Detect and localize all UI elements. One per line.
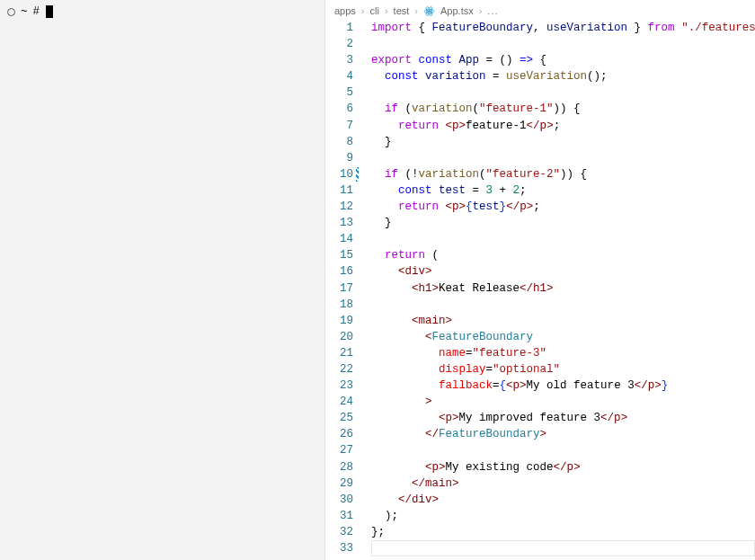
code-line[interactable]: }; — [371, 524, 755, 540]
code-line[interactable]: if (variation("feature-1")) { — [371, 101, 755, 117]
code-line[interactable] — [371, 231, 755, 247]
code-line[interactable]: </main> — [371, 476, 755, 492]
line-number: 33 — [325, 540, 353, 556]
line-number: 27 — [325, 442, 353, 458]
code-line[interactable]: if (!variation("feature-2")) { — [371, 166, 755, 182]
line-number-gutter: 1234567891011121314151617181920212223242… — [325, 20, 366, 560]
line-number: 23 — [325, 378, 353, 394]
line-number: 8 — [325, 134, 353, 150]
line-number: 32 — [325, 524, 353, 540]
line-number: 21 — [325, 345, 353, 361]
line-number: 4 — [325, 68, 353, 84]
code-line[interactable]: <h1>Keat Release</h1> — [371, 280, 755, 297]
terminal-prompt-hash: # — [33, 5, 40, 18]
line-number: 29 — [325, 476, 353, 492]
line-number: 13 — [325, 215, 353, 231]
line-number: 14 — [325, 231, 353, 247]
line-number: 6 — [325, 101, 353, 117]
line-number: 10 — [325, 166, 353, 182]
code-line[interactable]: export const App = () => { — [371, 52, 755, 68]
chevron-right-icon: › — [479, 5, 483, 16]
line-number: 28 — [325, 459, 353, 476]
code-line[interactable]: const test = 3 + 2; — [371, 182, 755, 199]
code-line[interactable] — [371, 150, 755, 166]
editor-pane: apps › cli › test › App.tsx › ... 123456… — [325, 0, 755, 560]
line-number: 20 — [325, 329, 353, 345]
code-line[interactable]: fallback={<p>My old feature 3</p>} — [371, 378, 755, 394]
app-root: ~ # apps › cli › test › App.tsx › ... — [0, 0, 755, 560]
breadcrumb[interactable]: apps › cli › test › App.tsx › ... — [325, 0, 755, 20]
code-line[interactable] — [371, 297, 755, 313]
line-number: 18 — [325, 297, 353, 313]
breadcrumb-overflow[interactable]: ... — [487, 5, 498, 16]
code-line[interactable] — [371, 36, 755, 52]
chevron-right-icon: › — [361, 5, 365, 16]
line-number: 24 — [325, 394, 353, 410]
line-number: 19 — [325, 313, 353, 329]
code-line[interactable]: import { FeatureBoundary, useVariation }… — [371, 20, 755, 36]
line-number: 5 — [325, 84, 353, 101]
breadcrumb-segment[interactable]: test — [394, 5, 410, 16]
react-file-icon — [423, 4, 435, 17]
line-number: 22 — [325, 361, 353, 378]
code-line[interactable]: </FeatureBoundary> — [371, 426, 755, 442]
code-line[interactable] — [371, 540, 755, 556]
line-number: 25 — [325, 410, 353, 426]
line-number: 2 — [325, 36, 353, 52]
code-line[interactable] — [371, 84, 755, 101]
line-number: 7 — [325, 118, 353, 134]
code-line[interactable]: const variation = useVariation(); — [371, 68, 755, 84]
code-content[interactable]: import { FeatureBoundary, useVariation }… — [366, 20, 755, 560]
line-number: 12 — [325, 199, 353, 215]
code-area[interactable]: 1234567891011121314151617181920212223242… — [325, 20, 755, 560]
code-line[interactable]: return <p>{test}</p>; — [371, 199, 755, 215]
code-line[interactable]: display="optional" — [371, 361, 755, 378]
code-line[interactable] — [371, 442, 755, 458]
code-line[interactable]: return <p>feature-1</p>; — [371, 118, 755, 134]
breadcrumb-segment[interactable]: cli — [370, 5, 379, 16]
code-line[interactable]: > — [371, 394, 755, 410]
breadcrumb-filename[interactable]: App.tsx — [440, 5, 474, 16]
breadcrumb-segment[interactable]: apps — [334, 5, 356, 16]
line-number: 1 — [325, 20, 353, 36]
code-line[interactable]: } — [371, 134, 755, 150]
line-number: 31 — [325, 508, 353, 524]
code-line[interactable]: ); — [371, 508, 755, 524]
line-number: 9 — [325, 150, 353, 166]
terminal-cursor — [46, 5, 53, 18]
line-number: 17 — [325, 280, 353, 297]
svg-point-0 — [428, 10, 430, 12]
code-line[interactable]: <p>My existing code</p> — [371, 459, 755, 476]
code-line[interactable]: <div> — [371, 263, 755, 280]
chevron-right-icon: › — [385, 5, 388, 16]
terminal-status-dot — [7, 8, 15, 16]
code-line[interactable]: return ( — [371, 247, 755, 263]
line-number: 3 — [325, 52, 353, 68]
line-number: 26 — [325, 426, 353, 442]
code-line[interactable]: <FeatureBoundary — [371, 329, 755, 345]
line-number: 30 — [325, 492, 353, 508]
line-number: 11 — [325, 182, 353, 199]
terminal-tilde: ~ — [21, 5, 28, 18]
code-line[interactable]: <main> — [371, 313, 755, 329]
chevron-right-icon: › — [414, 5, 418, 16]
code-line[interactable]: </div> — [371, 492, 755, 508]
terminal-pane[interactable]: ~ # — [0, 0, 325, 560]
line-number: 16 — [325, 263, 353, 280]
code-line[interactable]: } — [371, 215, 755, 231]
code-line[interactable]: <p>My improved feature 3</p> — [371, 410, 755, 426]
line-number: 15 — [325, 247, 353, 263]
code-line[interactable]: name="feature-3" — [371, 345, 755, 361]
